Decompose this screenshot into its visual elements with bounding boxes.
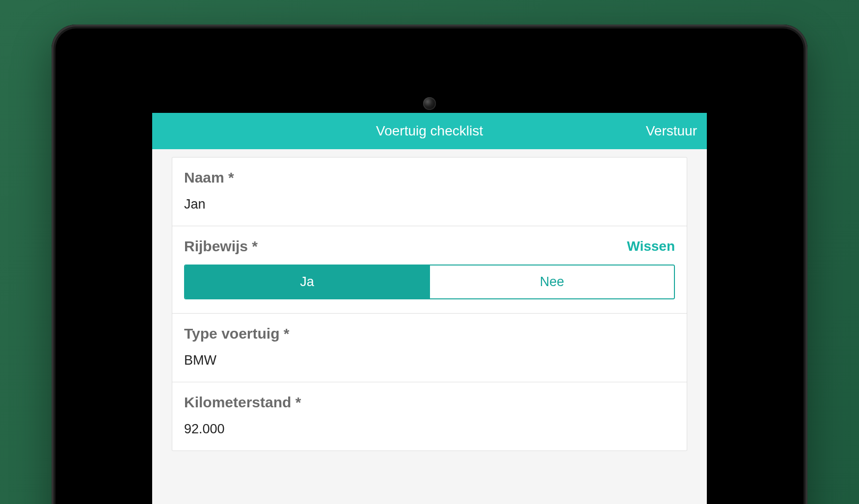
app-container: Voertuig checklist Verstuur Naam * Jan R… (152, 113, 707, 504)
name-label: Naam * (184, 169, 675, 186)
license-label: Rijbewijs * (184, 238, 258, 255)
section-name: Naam * Jan (172, 158, 687, 226)
form-card: Naam * Jan Rijbewijs * Wissen Ja Nee (172, 157, 687, 451)
send-button[interactable]: Verstuur (646, 123, 697, 139)
mileage-input[interactable]: 92.000 (184, 422, 675, 437)
license-segmented-control: Ja Nee (184, 265, 675, 299)
form-content: Naam * Jan Rijbewijs * Wissen Ja Nee (152, 149, 707, 504)
mileage-label: Kilometerstand * (184, 394, 675, 411)
name-input[interactable]: Jan (184, 197, 675, 212)
clear-button[interactable]: Wissen (627, 239, 675, 254)
tablet-frame: Voertuig checklist Verstuur Naam * Jan R… (52, 25, 807, 504)
segment-yes[interactable]: Ja (185, 265, 430, 298)
section-vehicle-type: Type voertuig * BMW (172, 314, 687, 382)
section-mileage: Kilometerstand * 92.000 (172, 382, 687, 451)
tablet-screen: Voertuig checklist Verstuur Naam * Jan R… (71, 79, 788, 504)
segment-no[interactable]: Nee (430, 265, 674, 298)
camera-icon (423, 97, 436, 110)
app-header: Voertuig checklist Verstuur (152, 113, 707, 149)
page-title: Voertuig checklist (376, 123, 483, 139)
section-license: Rijbewijs * Wissen Ja Nee (172, 226, 687, 314)
vehicle-type-label: Type voertuig * (184, 325, 675, 342)
license-header: Rijbewijs * Wissen (184, 238, 675, 255)
vehicle-type-input[interactable]: BMW (184, 353, 675, 368)
